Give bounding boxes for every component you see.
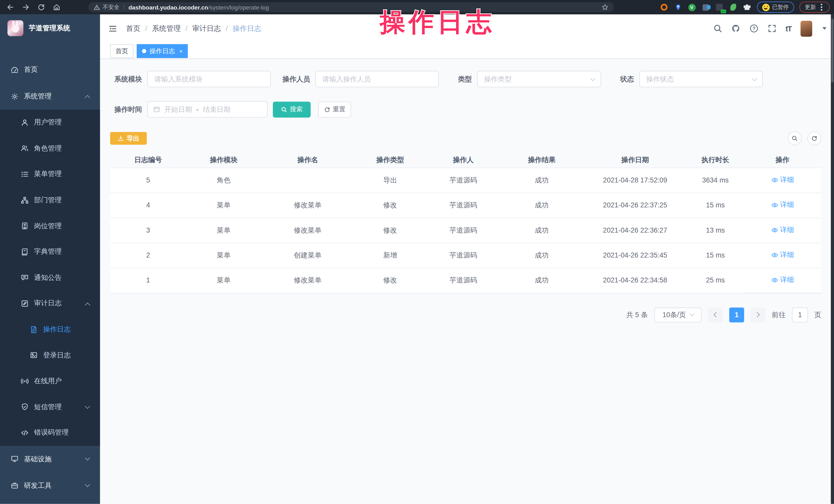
refresh-icon[interactable] [808,131,821,145]
sidebar-item-label: 岗位管理 [34,221,62,231]
profile-paused-badge[interactable]: 已暂停 [757,2,794,13]
breadcrumb-separator: / [185,24,188,32]
font-size-icon[interactable]: tT [786,24,791,32]
breadcrumb-audit-log[interactable]: 审计日志 [192,24,221,33]
app-logo-row[interactable]: 芋道管理系统 [0,15,100,42]
sidebar-item-label: 首页 [24,65,38,74]
sidebar-item-label: 在线用户 [34,376,62,386]
breadcrumb-system-management[interactable]: 系统管理 [152,24,181,33]
detail-link[interactable]: 详细 [771,250,794,260]
next-page-button[interactable] [750,307,765,322]
sidebar-item-system-management[interactable]: 系统管理 [0,83,100,110]
export-button[interactable]: 导出 [110,132,147,145]
active-tab-dot [142,49,147,53]
page-size-select[interactable]: 10条/页 [654,307,701,322]
breadcrumb-home[interactable]: 首页 [126,24,140,33]
chevron-down-icon [85,455,90,460]
address-bar[interactable]: 不安全 dashboard.yudao.iocoder.cn/system/lo… [88,2,614,12]
sidebar-item-online-users[interactable]: 在线用户 [0,368,100,394]
close-icon[interactable]: × [179,48,183,54]
col-op-type: 操作类型 [354,153,426,168]
sidebar-item-user-management[interactable]: 用户管理 [0,109,100,135]
sidebar-item-label: 基础设施 [24,454,52,464]
operator-input[interactable] [315,71,439,87]
sidebar-item-dict-management[interactable]: 字典管理 [0,239,100,265]
caret-down-icon[interactable] [822,27,827,30]
sidebar-item-login-log[interactable]: 登录日志 [0,342,100,368]
search-toggle-icon[interactable] [788,131,802,145]
github-icon[interactable] [731,24,740,33]
sidebar-item-home[interactable]: 首页 [0,56,100,83]
online-users-icon [21,377,29,385]
module-input[interactable] [147,71,270,87]
map-pin-extension-icon[interactable] [674,3,682,11]
sidebar-item-label: 用户管理 [34,118,62,127]
cell-module: 菜单 [186,193,261,217]
forward-icon[interactable] [22,3,30,11]
table-header-row: 日志编号 操作模块 操作名 操作类型 操作人 操作结果 操作日期 执行时长 操作 [110,153,821,168]
puzzle-extensions-icon[interactable] [743,3,751,11]
leaf-extension-icon[interactable] [729,3,738,11]
sidebar-item-dev-tools[interactable]: 研发工具 [0,473,100,499]
tab-operate-log[interactable]: 操作日志 × [137,44,188,58]
status-select[interactable]: 操作状态 [639,71,763,87]
dev-tools-icon [10,482,19,489]
current-page-button[interactable]: 1 [729,307,744,322]
goto-page-input[interactable] [792,307,808,322]
date-range-picker[interactable]: 开始日期 - 结束日期 [147,101,267,117]
sidebar-item-error-code-management[interactable]: 错误码管理 [0,420,100,446]
sidebar-item-post-management[interactable]: 岗位管理 [0,213,100,239]
main-content: 系统模块 操作人员 类型 操作类型 状态 操作状态 操作时间 开始日期 - 结束… [100,59,831,504]
eye-icon [771,201,778,209]
warning-icon [93,4,100,10]
sidebar-item-operate-log[interactable]: 操作日志 [0,316,100,342]
prev-page-button[interactable] [708,307,723,322]
refresh-icon [324,106,330,113]
blue-blocks-extension-icon[interactable] [701,3,710,11]
cell-module: 菜单 [186,243,261,267]
type-select-placeholder: 操作类型 [484,74,512,84]
green-v-extension-icon[interactable]: V [687,3,696,11]
detail-link[interactable]: 详细 [771,200,794,210]
col-module: 操作模块 [186,153,261,168]
type-select[interactable]: 操作类型 [477,71,601,87]
detail-link[interactable]: 详细 [771,275,794,285]
back-icon[interactable] [6,3,15,11]
sidebar-fold-icon[interactable] [108,24,117,33]
sidebar-item-infrastructure[interactable]: 基础设施 [0,446,100,473]
security-chip[interactable]: 不安全 [93,3,119,11]
sidebar-item-menu-management[interactable]: 菜单管理 [0,161,100,188]
detail-link[interactable]: 详细 [771,225,794,235]
help-icon[interactable]: ? [749,24,758,33]
reset-button[interactable]: 重置 [318,101,351,117]
search-button[interactable]: 搜索 [273,101,311,117]
breadcrumb-separator: / [226,24,228,32]
bookmark-star-icon[interactable] [601,4,609,10]
tab-home[interactable]: 首页 [110,44,134,58]
sidebar: 芋道管理系统 首页 系统管理 用户管理 角色管理 [0,15,100,504]
sidebar-item-role-management[interactable]: 角色管理 [0,135,100,161]
cell-result: 成功 [501,193,583,217]
col-result: 操作结果 [501,153,583,168]
sidebar-item-notice-announcement[interactable]: 通知公告 [0,265,100,291]
fullscreen-icon[interactable] [767,24,776,33]
orange-ring-extension-icon[interactable] [660,3,668,11]
chrome-update-button[interactable]: 更新 [799,2,830,13]
reload-icon[interactable] [37,3,45,11]
detail-link[interactable]: 详细 [771,175,794,185]
url-host: dashboard.yudao.iocoder.cn [129,4,208,10]
sidebar-item-department-management[interactable]: 部门管理 [0,187,100,213]
avatar[interactable] [800,21,812,37]
search-icon[interactable] [713,24,722,33]
browser-menu-icon[interactable] [821,6,822,8]
col-date: 操作日期 [583,153,687,168]
users-icon [21,145,29,152]
window-scrollbar[interactable] [831,15,834,504]
on-badge-extension-icon[interactable]: on [715,3,724,11]
scrollbar-thumb[interactable] [831,19,833,82]
sidebar-item-audit-log[interactable]: 审计日志 [0,291,100,316]
cell-log-id: 3 [110,218,186,243]
pagination: 共 5 条 10条/页 1 前往 页 [110,307,821,322]
sidebar-item-sms-management[interactable]: 短信管理 [0,394,100,420]
home-icon[interactable] [53,3,61,11]
